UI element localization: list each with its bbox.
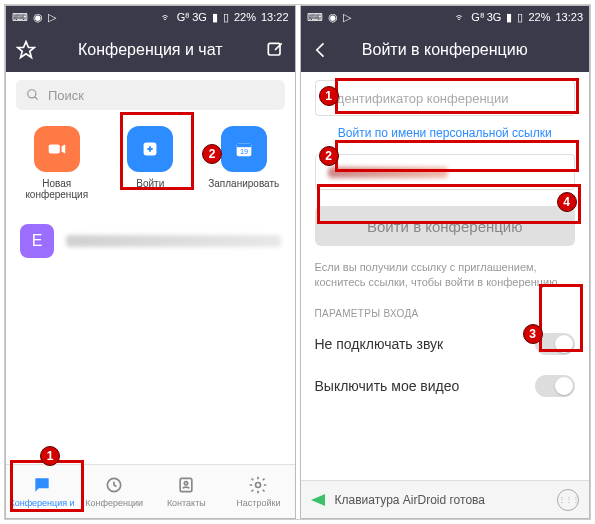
kb-indicator-icon: ⌨ [307, 11, 323, 24]
search-icon [26, 88, 40, 102]
annotation-dot-1: 1 [40, 446, 60, 466]
tab-contacts[interactable]: Контакты [150, 465, 222, 518]
clock: 13:23 [555, 11, 583, 23]
svg-text:19: 19 [240, 147, 248, 156]
clock-icon [104, 475, 124, 495]
gear-icon [248, 475, 268, 495]
contact-name-blurred [66, 235, 281, 247]
viber-icon: ◉ [33, 11, 43, 24]
contact-row[interactable]: Е [6, 214, 295, 268]
svg-point-14 [185, 482, 188, 485]
tabbar: Конференция и Конференции Контакты Настр… [6, 464, 295, 518]
svg-line-3 [35, 97, 38, 100]
personal-link-button[interactable]: Войти по имени персональной ссылки [301, 124, 590, 146]
keyboard-status: Клавиатура AirDroid готова [335, 493, 485, 507]
phone-right: ⌨ ◉ ▷ ᯤ G⁸ 3G ▮ ▯ 22% 13:23 Войти в конф… [300, 5, 591, 519]
favorites-star-icon[interactable] [16, 40, 36, 60]
tab-meetings[interactable]: Конференции [78, 465, 150, 518]
clock: 13:22 [261, 11, 289, 23]
new-meeting-button[interactable]: Новая конференция [14, 126, 100, 200]
chat-bubble-icon [32, 475, 52, 495]
statusbar: ⌨ ◉ ▷ ᯤ G⁸ 3G ▮ ▯ 22% 13:23 [301, 6, 590, 28]
playstore-icon: ▷ [343, 11, 351, 24]
camera-icon [46, 138, 68, 160]
help-text: Если вы получили ссылку с приглашением, … [301, 254, 590, 300]
meeting-id-input[interactable]: Идентификатор конференции [315, 80, 576, 116]
page-title: Конференция и чат [46, 41, 255, 59]
keyboard-bar: Клавиатура AirDroid готова ⋮⋮⋮ [301, 480, 590, 518]
svg-rect-4 [49, 144, 60, 153]
name-blurred [328, 167, 448, 178]
svg-marker-5 [61, 144, 65, 153]
section-label: ПАРАМЕТРЫ ВХОДА [301, 300, 590, 323]
video-switch[interactable] [535, 375, 575, 397]
battery-pct: 22% [234, 11, 256, 23]
battery-icon: ▯ [517, 11, 523, 24]
toggle-audio-row: Не подключать звук [301, 323, 590, 365]
audio-switch[interactable] [535, 333, 575, 355]
playstore-icon: ▷ [48, 11, 56, 24]
avatar: Е [20, 224, 54, 258]
battery-pct: 22% [528, 11, 550, 23]
schedule-button[interactable]: 19 Запланировать [201, 126, 287, 200]
battery-icon: ▯ [223, 11, 229, 24]
plus-box-icon [139, 138, 161, 160]
page-title: Войти в конференцию [341, 41, 550, 59]
kb-indicator-icon: ⌨ [12, 11, 28, 24]
appbar: Конференция и чат [6, 28, 295, 72]
viber-icon: ◉ [328, 11, 338, 24]
svg-marker-0 [18, 42, 35, 58]
network-text: G⁸ 3G [177, 11, 207, 24]
signal-icon: ▮ [506, 11, 512, 24]
toggle-video-row: Выключить мое видео [301, 365, 590, 407]
svg-rect-1 [268, 43, 280, 55]
wifi-icon: ᯤ [161, 11, 172, 23]
appbar: Войти в конференцию [301, 28, 590, 72]
name-input[interactable] [315, 154, 576, 190]
network-text: G⁸ 3G [471, 11, 501, 24]
kb-arrow-icon [311, 494, 325, 506]
search-placeholder: Поиск [48, 88, 84, 103]
action-row: Новая конференция Войти 19 Запланировать [6, 118, 295, 214]
signal-icon: ▮ [212, 11, 218, 24]
wifi-icon: ᯤ [455, 11, 466, 23]
join-meeting-button[interactable]: Войти в конференцию [315, 206, 576, 246]
compose-icon[interactable] [265, 40, 285, 60]
contacts-icon [176, 475, 196, 495]
calendar-icon: 19 [233, 138, 255, 160]
phone-left: ⌨ ◉ ▷ ᯤ G⁸ 3G ▮ ▯ 22% 13:22 Конференция … [5, 5, 296, 519]
statusbar: ⌨ ◉ ▷ ᯤ G⁸ 3G ▮ ▯ 22% 13:22 [6, 6, 295, 28]
svg-point-15 [256, 483, 261, 488]
back-icon[interactable] [311, 40, 331, 60]
kb-grid-icon[interactable]: ⋮⋮⋮ [557, 489, 579, 511]
tab-settings[interactable]: Настройки [222, 465, 294, 518]
svg-point-2 [28, 90, 36, 98]
join-button[interactable]: Войти [107, 126, 193, 200]
search-input[interactable]: Поиск [16, 80, 285, 110]
tab-chat[interactable]: Конференция и [6, 465, 78, 518]
